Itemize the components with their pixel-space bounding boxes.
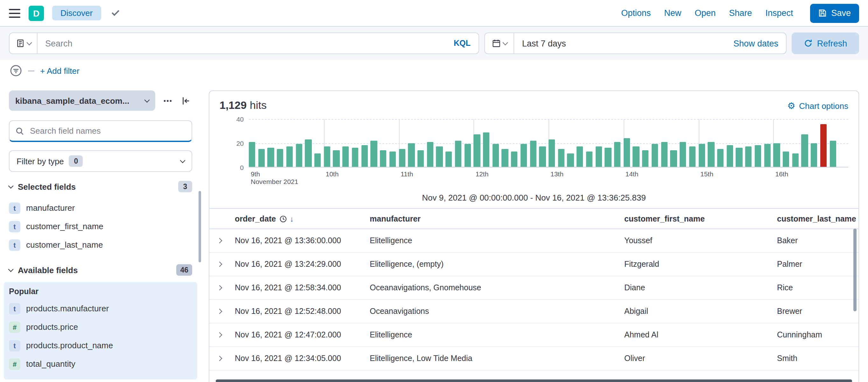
histogram-bar[interactable]: [445, 151, 452, 167]
histogram-bar[interactable]: [408, 143, 414, 167]
histogram-bar[interactable]: [633, 146, 640, 167]
histogram-bar[interactable]: [586, 151, 593, 167]
histogram-bar[interactable]: [726, 145, 733, 167]
sidebar-scrollbar[interactable]: [198, 191, 201, 262]
histogram-bar[interactable]: [661, 142, 668, 167]
histogram-bar[interactable]: [624, 138, 630, 167]
histogram-bar[interactable]: [605, 148, 612, 167]
histogram-bar[interactable]: [277, 149, 283, 167]
table-horizontal-scrollbar[interactable]: [216, 379, 852, 382]
histogram-bar[interactable]: [417, 150, 424, 167]
histogram-bar[interactable]: [830, 141, 836, 167]
histogram-bar[interactable]: [483, 132, 490, 167]
field-item-products.price[interactable]: #products.price: [9, 318, 192, 336]
time-range-value[interactable]: Last 7 days: [515, 38, 574, 48]
field-item-products.manufacturer[interactable]: tproducts.manufacturer: [9, 299, 192, 318]
histogram-bar[interactable]: [333, 150, 340, 167]
histogram-bar[interactable]: [567, 154, 574, 167]
histogram-bar[interactable]: [642, 150, 649, 167]
histogram-bar[interactable]: [736, 148, 743, 167]
histogram-bar[interactable]: [614, 142, 621, 167]
field-item-total_quantity[interactable]: #total_quantity: [9, 355, 192, 373]
histogram-bar[interactable]: [811, 143, 817, 167]
expand-row-button[interactable]: [216, 262, 235, 266]
expand-row-button[interactable]: [216, 356, 235, 360]
histogram-bar[interactable]: [539, 146, 546, 167]
expand-row-button[interactable]: [216, 333, 235, 337]
histogram-bar[interactable]: [474, 135, 480, 167]
histogram-bar[interactable]: [783, 151, 789, 167]
field-item-customer_first_name[interactable]: tcustomer_first_name: [9, 217, 192, 236]
histogram-bar[interactable]: [286, 146, 293, 167]
histogram-bar[interactable]: [268, 148, 274, 167]
field-item-manufacturer[interactable]: tmanufacturer: [9, 199, 192, 217]
histogram-bar[interactable]: [755, 145, 762, 167]
column-header-customer_first_name[interactable]: customer_first_name: [624, 214, 777, 223]
histogram-bar[interactable]: [699, 144, 705, 167]
histogram-bar[interactable]: [258, 149, 265, 167]
histogram-bar[interactable]: [577, 146, 583, 167]
show-dates-link[interactable]: Show dates: [726, 38, 786, 48]
date-picker-calendar-button[interactable]: [485, 33, 515, 54]
histogram-bar[interactable]: [464, 144, 471, 167]
histogram-bar[interactable]: [399, 149, 405, 167]
app-logo[interactable]: D: [29, 5, 44, 21]
index-options-button[interactable]: [162, 94, 174, 107]
expand-row-button[interactable]: [216, 239, 235, 242]
histogram-bar[interactable]: [352, 148, 359, 167]
histogram-bar[interactable]: [427, 142, 433, 167]
nav-link-share[interactable]: Share: [729, 8, 752, 18]
histogram-bar[interactable]: [371, 141, 377, 167]
nav-link-options[interactable]: Options: [621, 8, 651, 18]
saved-query-menu-button[interactable]: [9, 33, 37, 54]
add-filter-link[interactable]: + Add filter: [40, 66, 80, 76]
expand-row-button[interactable]: [216, 286, 235, 290]
histogram-bar[interactable]: [249, 142, 255, 167]
histogram-bar[interactable]: [436, 146, 443, 167]
save-button[interactable]: Save: [810, 3, 859, 23]
histogram-bar[interactable]: [521, 144, 527, 167]
column-header-order_date[interactable]: order_date↓: [235, 214, 370, 223]
field-item-products.product_name[interactable]: tproducts.product_name: [9, 336, 192, 355]
menu-hamburger-button[interactable]: [9, 8, 20, 18]
chart-options-link[interactable]: ⚙ Chart options: [787, 101, 848, 111]
histogram-bar[interactable]: [680, 142, 686, 167]
column-header-manufacturer[interactable]: manufacturer: [370, 214, 624, 223]
histogram-bar[interactable]: [361, 145, 368, 167]
histogram-bar[interactable]: [717, 149, 724, 167]
histogram-bar[interactable]: [792, 154, 799, 167]
field-search-input[interactable]: [9, 120, 192, 142]
histogram-bar[interactable]: [492, 144, 499, 167]
nav-link-new[interactable]: New: [664, 8, 681, 18]
histogram-bar[interactable]: [549, 140, 555, 167]
breadcrumb-discover[interactable]: Discover: [52, 6, 101, 20]
nav-link-open[interactable]: Open: [694, 8, 716, 18]
histogram-bar[interactable]: [671, 150, 677, 167]
search-input[interactable]: [37, 33, 445, 54]
field-item-customer_last_name[interactable]: tcustomer_last_name: [9, 236, 192, 254]
expand-row-button[interactable]: [216, 310, 235, 313]
sort-descending-icon[interactable]: ↓: [290, 214, 294, 223]
histogram-bar[interactable]: [708, 142, 714, 167]
histogram-bar[interactable]: [342, 146, 349, 167]
histogram-bar[interactable]: [511, 151, 518, 167]
histogram-bar[interactable]: [380, 150, 386, 167]
available-fields-header[interactable]: Available fields 46: [9, 264, 192, 276]
histogram-bar[interactable]: [774, 143, 780, 167]
histogram-bar[interactable]: [558, 149, 564, 167]
histogram-bar[interactable]: [296, 144, 302, 167]
filter-icon[interactable]: [9, 64, 22, 77]
histogram-bar[interactable]: [689, 146, 696, 167]
selected-fields-header[interactable]: Selected fields 3: [9, 181, 192, 192]
histogram-bar[interactable]: [314, 154, 321, 167]
histogram-bar[interactable]: [652, 144, 658, 167]
current-time-bar[interactable]: [820, 124, 827, 167]
histogram-bar[interactable]: [390, 151, 396, 167]
column-header-customer_last_name[interactable]: customer_last_name: [777, 214, 859, 223]
histogram-bar[interactable]: [502, 149, 508, 167]
histogram-bar[interactable]: [764, 144, 771, 167]
index-pattern-select[interactable]: kibana_sample_data_ecom...: [9, 90, 155, 111]
query-language-button[interactable]: KQL: [445, 39, 479, 48]
nav-link-inspect[interactable]: Inspect: [765, 8, 793, 18]
histogram-bar[interactable]: [595, 146, 602, 167]
